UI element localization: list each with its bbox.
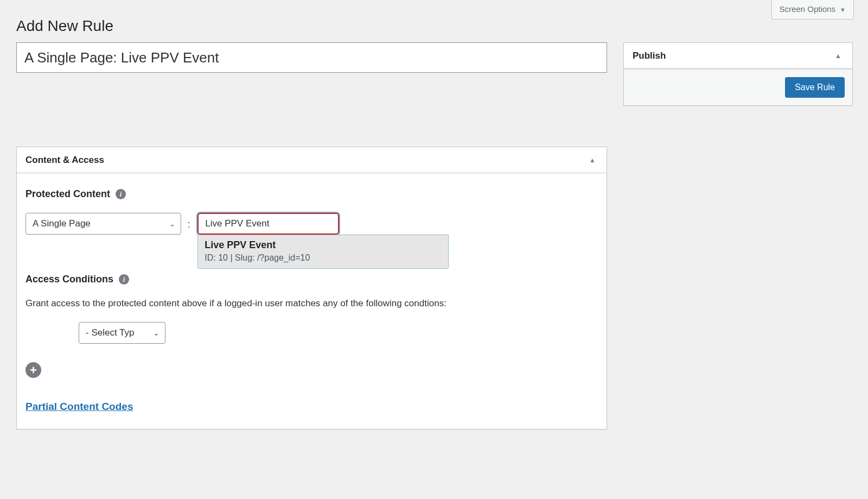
save-rule-button[interactable]: Save Rule bbox=[785, 77, 845, 98]
info-icon[interactable]: i bbox=[116, 189, 126, 199]
colon-separator: : bbox=[188, 219, 190, 230]
chevron-down-icon: ⌄ bbox=[153, 329, 159, 337]
content-type-value: A Single Page bbox=[33, 218, 91, 229]
page-title: Add New Rule bbox=[16, 5, 853, 42]
access-helper-text: Grant access to the protected content ab… bbox=[25, 298, 598, 309]
access-conditions-heading: Access Conditions i bbox=[25, 274, 598, 285]
content-access-heading: Content & Access bbox=[25, 155, 104, 166]
protected-content-label: Protected Content bbox=[25, 188, 110, 200]
content-access-panel: Content & Access ▲ Protected Content i A… bbox=[16, 147, 607, 429]
publish-header[interactable]: Publish ▲ bbox=[624, 43, 852, 69]
autocomplete-item[interactable]: Live PPV Event ID: 10 | Slug: /?page_id=… bbox=[198, 235, 448, 268]
chevron-up-icon[interactable]: ▲ bbox=[831, 48, 846, 64]
access-conditions-label: Access Conditions bbox=[25, 274, 113, 285]
chevron-down-icon: ⌄ bbox=[169, 220, 175, 228]
publish-panel: Publish ▲ Save Rule bbox=[623, 42, 853, 106]
chevron-down-icon: ▼ bbox=[840, 7, 846, 13]
content-access-header[interactable]: Content & Access ▲ bbox=[17, 147, 607, 173]
autocomplete-dropdown: Live PPV Event ID: 10 | Slug: /?page_id=… bbox=[197, 235, 449, 269]
publish-heading: Publish bbox=[633, 50, 666, 61]
content-type-select[interactable]: A Single Page ⌄ bbox=[25, 213, 181, 235]
protected-content-heading: Protected Content i bbox=[25, 188, 598, 200]
plus-icon: + bbox=[30, 364, 37, 376]
info-icon[interactable]: i bbox=[119, 274, 129, 285]
screen-options-label: Screen Options bbox=[780, 4, 835, 14]
content-search-input[interactable] bbox=[197, 213, 339, 235]
screen-options-button[interactable]: Screen Options ▼ bbox=[771, 0, 854, 20]
chevron-up-icon[interactable]: ▲ bbox=[585, 152, 600, 168]
rule-title-input[interactable] bbox=[16, 42, 607, 73]
autocomplete-item-meta: ID: 10 | Slug: /?page_id=10 bbox=[205, 253, 442, 263]
partial-content-codes-link[interactable]: Partial Content Codes bbox=[25, 401, 133, 413]
condition-type-value: - Select Typ bbox=[86, 327, 134, 338]
add-condition-button[interactable]: + bbox=[25, 362, 41, 378]
autocomplete-item-title: Live PPV Event bbox=[205, 239, 442, 251]
condition-type-select[interactable]: - Select Typ ⌄ bbox=[79, 322, 165, 344]
